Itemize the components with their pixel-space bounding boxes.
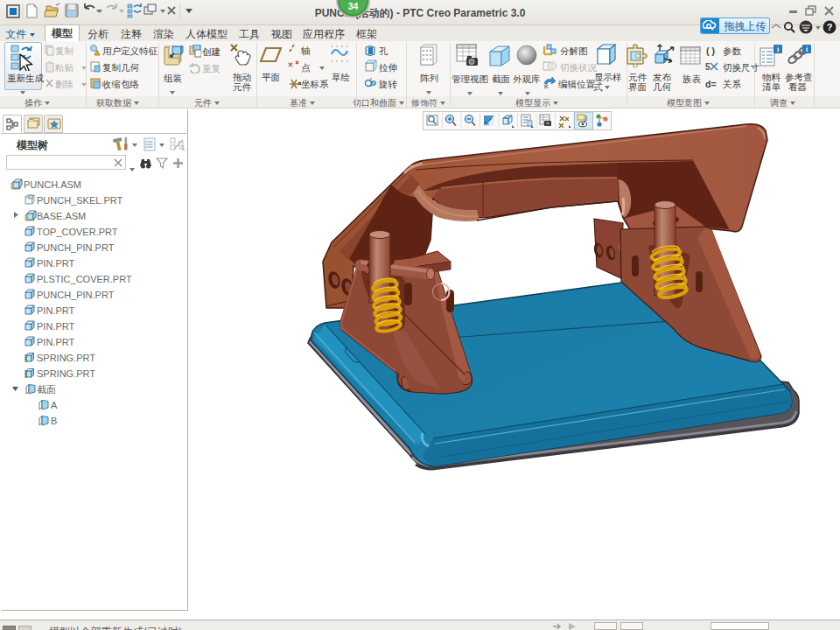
svg-text:PIN.PRT: PIN.PRT (37, 321, 74, 332)
svg-text:截面: 截面 (37, 384, 56, 395)
svg-text:PUNCH_PIN.PRT: PUNCH_PIN.PRT (37, 242, 115, 253)
svg-text:34: 34 (348, 1, 359, 11)
svg-text:PUNCH_PIN.PRT: PUNCH_PIN.PRT (37, 290, 115, 300)
svg-text:BASE.ASM: BASE.ASM (37, 211, 86, 221)
svg-text:PIN.PRT: PIN.PRT (37, 305, 74, 316)
svg-text:PLSTIC_COVER.PRT: PLSTIC_COVER.PRT (37, 274, 132, 284)
svg-text:TOP_COVER.PRT: TOP_COVER.PRT (37, 227, 118, 237)
svg-text:PIN.PRT: PIN.PRT (37, 258, 74, 269)
svg-text:5: 5 (705, 62, 710, 72)
svg-text:B: B (51, 416, 57, 426)
svg-text:PUNCH_SKEL.PRT: PUNCH_SKEL.PRT (37, 195, 122, 206)
svg-text:PUNCH.ASM: PUNCH.ASM (24, 179, 81, 190)
svg-text:SPRING.PRT: SPRING.PRT (37, 353, 95, 363)
svg-text:PIN.PRT: PIN.PRT (37, 337, 74, 347)
svg-text:A: A (51, 400, 58, 410)
svg-text:SPRING.PRT: SPRING.PRT (37, 368, 95, 379)
svg-text:?: ? (827, 22, 833, 32)
